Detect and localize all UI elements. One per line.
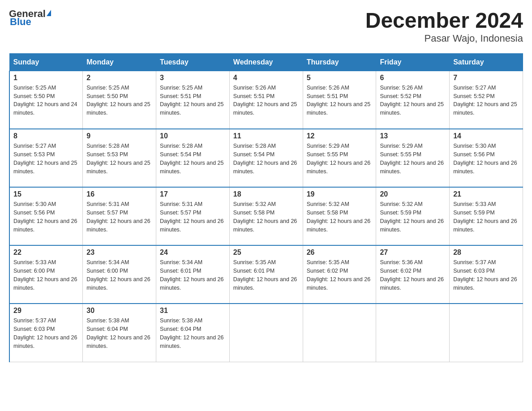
day-number: 20 [380, 190, 446, 198]
day-number: 1 [13, 74, 79, 82]
day-info: Sunrise: 5:26 AMSunset: 5:51 PMDaylight:… [233, 84, 299, 117]
day-info: Sunrise: 5:28 AMSunset: 5:54 PMDaylight:… [160, 142, 226, 176]
day-number: 19 [307, 190, 373, 198]
calendar-day-cell: 18Sunrise: 5:32 AMSunset: 5:58 PMDayligh… [229, 187, 303, 245]
day-number: 14 [453, 132, 519, 140]
calendar-day-cell [229, 304, 303, 362]
day-number: 12 [307, 132, 373, 140]
col-sunday: Sunday [9, 53, 83, 71]
calendar-header-row: Sunday Monday Tuesday Wednesday Thursday… [9, 53, 523, 71]
day-info: Sunrise: 5:31 AMSunset: 5:57 PMDaylight:… [160, 200, 226, 234]
day-number: 10 [160, 132, 226, 140]
calendar-day-cell: 15Sunrise: 5:30 AMSunset: 5:56 PMDayligh… [9, 187, 83, 245]
day-number: 29 [13, 307, 79, 315]
calendar-day-cell: 19Sunrise: 5:32 AMSunset: 5:58 PMDayligh… [303, 187, 376, 245]
day-info: Sunrise: 5:30 AMSunset: 5:56 PMDaylight:… [13, 200, 79, 234]
calendar-week-row: 22Sunrise: 5:33 AMSunset: 6:00 PMDayligh… [9, 245, 523, 304]
calendar-day-cell: 2Sunrise: 5:25 AMSunset: 5:50 PMDaylight… [83, 71, 156, 129]
col-thursday: Thursday [303, 53, 376, 71]
calendar-day-cell: 1Sunrise: 5:25 AMSunset: 5:50 PMDaylight… [9, 71, 83, 129]
calendar-day-cell: 6Sunrise: 5:26 AMSunset: 5:52 PMDaylight… [376, 71, 450, 129]
day-info: Sunrise: 5:38 AMSunset: 6:04 PMDaylight:… [86, 317, 152, 350]
calendar-day-cell [376, 304, 450, 362]
calendar-day-cell [450, 304, 523, 362]
day-info: Sunrise: 5:29 AMSunset: 5:55 PMDaylight:… [307, 142, 373, 176]
logo-text-blue: Blue [10, 17, 31, 27]
day-info: Sunrise: 5:27 AMSunset: 5:52 PMDaylight:… [453, 84, 519, 117]
day-info: Sunrise: 5:38 AMSunset: 6:04 PMDaylight:… [160, 317, 226, 350]
calendar-day-cell: 8Sunrise: 5:27 AMSunset: 5:53 PMDaylight… [9, 129, 83, 187]
day-number: 26 [307, 248, 373, 257]
day-number: 2 [86, 74, 152, 82]
day-info: Sunrise: 5:34 AMSunset: 6:01 PMDaylight:… [160, 258, 226, 292]
title-block: December 2024 Pasar Wajo, Indonesia [365, 9, 523, 44]
calendar-day-cell: 14Sunrise: 5:30 AMSunset: 5:56 PMDayligh… [450, 129, 523, 187]
col-monday: Monday [83, 53, 156, 71]
page-header: General Blue December 2024 Pasar Wajo, I… [9, 9, 523, 44]
day-number: 8 [13, 132, 79, 140]
day-number: 5 [307, 74, 373, 82]
calendar-day-cell: 17Sunrise: 5:31 AMSunset: 5:57 PMDayligh… [156, 187, 230, 245]
col-friday: Friday [376, 53, 450, 71]
calendar-day-cell: 16Sunrise: 5:31 AMSunset: 5:57 PMDayligh… [83, 187, 156, 245]
calendar-day-cell: 30Sunrise: 5:38 AMSunset: 6:04 PMDayligh… [83, 304, 156, 362]
day-info: Sunrise: 5:26 AMSunset: 5:51 PMDaylight:… [307, 84, 373, 117]
day-number: 13 [380, 132, 446, 140]
day-info: Sunrise: 5:25 AMSunset: 5:51 PMDaylight:… [160, 84, 226, 117]
col-wednesday: Wednesday [229, 53, 303, 71]
calendar-day-cell: 28Sunrise: 5:37 AMSunset: 6:03 PMDayligh… [450, 245, 523, 304]
day-info: Sunrise: 5:25 AMSunset: 5:50 PMDaylight:… [86, 84, 152, 117]
day-number: 22 [13, 248, 79, 257]
day-number: 21 [453, 190, 519, 198]
calendar-day-cell: 13Sunrise: 5:29 AMSunset: 5:55 PMDayligh… [376, 129, 450, 187]
day-info: Sunrise: 5:32 AMSunset: 5:58 PMDaylight:… [233, 200, 299, 234]
col-tuesday: Tuesday [156, 53, 230, 71]
calendar-day-cell: 20Sunrise: 5:32 AMSunset: 5:59 PMDayligh… [376, 187, 450, 245]
day-number: 27 [380, 248, 446, 257]
calendar-day-cell: 24Sunrise: 5:34 AMSunset: 6:01 PMDayligh… [156, 245, 230, 304]
day-info: Sunrise: 5:34 AMSunset: 6:00 PMDaylight:… [86, 258, 152, 292]
col-saturday: Saturday [450, 53, 523, 71]
calendar-day-cell: 21Sunrise: 5:33 AMSunset: 5:59 PMDayligh… [450, 187, 523, 245]
day-number: 23 [86, 248, 152, 257]
day-number: 9 [86, 132, 152, 140]
day-info: Sunrise: 5:26 AMSunset: 5:52 PMDaylight:… [380, 84, 446, 117]
page-subtitle: Pasar Wajo, Indonesia [365, 33, 523, 44]
day-info: Sunrise: 5:33 AMSunset: 5:59 PMDaylight:… [453, 200, 519, 234]
calendar-day-cell: 7Sunrise: 5:27 AMSunset: 5:52 PMDaylight… [450, 71, 523, 129]
day-number: 17 [160, 190, 226, 198]
day-number: 18 [233, 190, 299, 198]
day-info: Sunrise: 5:30 AMSunset: 5:56 PMDaylight:… [453, 142, 519, 176]
day-info: Sunrise: 5:35 AMSunset: 6:02 PMDaylight:… [307, 258, 373, 292]
day-info: Sunrise: 5:37 AMSunset: 6:03 PMDaylight:… [453, 258, 519, 292]
calendar-day-cell: 5Sunrise: 5:26 AMSunset: 5:51 PMDaylight… [303, 71, 376, 129]
day-info: Sunrise: 5:35 AMSunset: 6:01 PMDaylight:… [233, 258, 299, 292]
day-info: Sunrise: 5:28 AMSunset: 5:54 PMDaylight:… [233, 142, 299, 176]
day-number: 28 [453, 248, 519, 257]
day-number: 6 [380, 74, 446, 82]
day-number: 30 [86, 307, 152, 315]
calendar-day-cell: 11Sunrise: 5:28 AMSunset: 5:54 PMDayligh… [229, 129, 303, 187]
logo: General Blue [9, 9, 51, 27]
day-number: 11 [233, 132, 299, 140]
logo-triangle-icon [47, 10, 51, 16]
calendar-day-cell: 26Sunrise: 5:35 AMSunset: 6:02 PMDayligh… [303, 245, 376, 304]
calendar-day-cell: 23Sunrise: 5:34 AMSunset: 6:00 PMDayligh… [83, 245, 156, 304]
calendar-week-row: 15Sunrise: 5:30 AMSunset: 5:56 PMDayligh… [9, 187, 523, 245]
day-number: 4 [233, 74, 299, 82]
calendar-day-cell: 27Sunrise: 5:36 AMSunset: 6:02 PMDayligh… [376, 245, 450, 304]
calendar-day-cell: 31Sunrise: 5:38 AMSunset: 6:04 PMDayligh… [156, 304, 230, 362]
day-info: Sunrise: 5:25 AMSunset: 5:50 PMDaylight:… [13, 84, 79, 117]
day-info: Sunrise: 5:29 AMSunset: 5:55 PMDaylight:… [380, 142, 446, 176]
calendar-day-cell: 25Sunrise: 5:35 AMSunset: 6:01 PMDayligh… [229, 245, 303, 304]
calendar-day-cell: 22Sunrise: 5:33 AMSunset: 6:00 PMDayligh… [9, 245, 83, 304]
calendar-day-cell: 4Sunrise: 5:26 AMSunset: 5:51 PMDaylight… [229, 71, 303, 129]
calendar-day-cell: 3Sunrise: 5:25 AMSunset: 5:51 PMDaylight… [156, 71, 230, 129]
calendar-week-row: 1Sunrise: 5:25 AMSunset: 5:50 PMDaylight… [9, 71, 523, 129]
day-number: 15 [13, 190, 79, 198]
calendar-day-cell: 12Sunrise: 5:29 AMSunset: 5:55 PMDayligh… [303, 129, 376, 187]
day-number: 7 [453, 74, 519, 82]
calendar-day-cell: 29Sunrise: 5:37 AMSunset: 6:03 PMDayligh… [9, 304, 83, 362]
day-number: 3 [160, 74, 226, 82]
day-number: 24 [160, 248, 226, 257]
